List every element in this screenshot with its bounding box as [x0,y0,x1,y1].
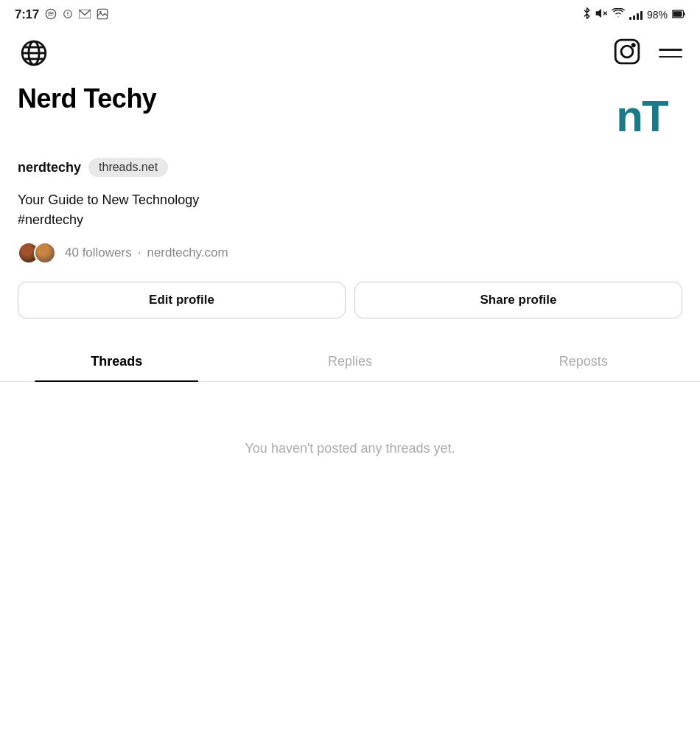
profile-section: Nerd Techy nT nerdtechy threads.net Your… [0,78,700,319]
status-right: 98% [583,7,685,22]
battery-icon [672,8,685,21]
followers-row: 40 followers · nerdtechy.com [18,242,682,264]
svg-rect-9 [684,13,685,15]
svg-rect-15 [615,40,639,63]
tab-replies[interactable]: Replies [234,342,467,381]
empty-state-message: You haven't posted any threads yet. [15,441,685,456]
profile-header: Nerd Techy nT [18,84,682,146]
top-nav [0,28,700,78]
status-left: 7:17 [15,7,108,22]
svg-point-16 [621,46,633,58]
threads-badge: threads.net [88,158,168,177]
signal-icon [629,10,643,20]
tab-threads[interactable]: Threads [0,342,234,381]
tabs-row: Threads Replies Reposts [0,342,700,382]
follower-avatars [18,242,56,264]
svg-point-0 [46,9,55,18]
avatar-2 [34,242,56,264]
nt-logo-text: nT [616,94,667,139]
edit-profile-button[interactable]: Edit profile [18,282,346,319]
battery-text: 98% [647,9,668,21]
svg-marker-4 [596,10,601,16]
nt-logo: nT [601,87,682,146]
mute-icon [595,7,607,22]
threads-status-icon [63,8,73,22]
empty-state: You haven't posted any threads yet. [0,382,700,515]
profile-bio: Your Guide to New Technology #nerdtechy [18,190,682,230]
bio-line-2: #nerdtechy [18,210,682,230]
tab-threads-label: Threads [91,354,142,369]
menu-icon[interactable] [659,49,682,58]
share-profile-button[interactable]: Share profile [354,282,682,319]
menu-line-1 [659,49,682,51]
bluetooth-icon [583,7,591,22]
tab-reposts-label: Reposts [559,354,608,369]
bio-line-1: Your Guide to New Technology [18,190,682,210]
profile-username: nerdtechy [18,160,81,175]
profile-buttons: Edit profile Share profile [18,282,682,319]
photos-icon [97,8,108,22]
profile-username-row: nerdtechy threads.net [18,158,682,177]
wifi-icon [612,8,625,21]
svg-rect-8 [673,11,682,16]
followers-count: 40 followers [65,246,132,260]
globe-icon[interactable] [18,37,50,69]
profile-display-name: Nerd Techy [18,84,156,114]
dot-separator: · [138,246,141,260]
status-bar: 7:17 [0,0,700,28]
spotify-icon [45,8,57,22]
profile-name-container: Nerd Techy [18,84,156,114]
status-time: 7:17 [15,7,39,22]
tab-replies-label: Replies [328,354,372,369]
svg-point-17 [632,44,634,46]
top-nav-right [613,38,682,69]
menu-line-2 [659,56,682,58]
website-link[interactable]: nerdtechy.com [147,246,228,260]
gmail-icon [79,9,91,21]
instagram-icon[interactable] [613,38,641,69]
followers-info: 40 followers · nerdtechy.com [65,246,228,260]
tab-reposts[interactable]: Reposts [466,342,700,381]
